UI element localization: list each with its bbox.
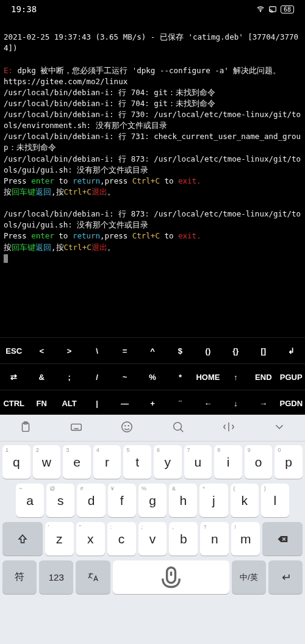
- numeric-key[interactable]: 123: [39, 560, 73, 594]
- symbol-key[interactable]: 符: [2, 560, 37, 594]
- space-key[interactable]: [113, 560, 229, 594]
- extra-key-/[interactable]: /: [83, 364, 110, 390]
- enter-key[interactable]: [268, 560, 303, 594]
- key-j[interactable]: *j: [199, 484, 228, 517]
- lang-switch-key[interactable]: [76, 560, 110, 594]
- key-b[interactable]: ,b: [169, 522, 198, 556]
- extra-key-()[interactable]: (): [194, 338, 221, 363]
- extra-key-↓[interactable]: ↓: [222, 390, 249, 416]
- cast-icon: [268, 5, 277, 13]
- terminal-cursor: [4, 254, 8, 263]
- key-q[interactable]: 1q: [2, 445, 30, 479]
- extra-key-—[interactable]: —: [111, 390, 138, 416]
- backspace-key[interactable]: [262, 522, 303, 556]
- key-v[interactable]: ;v: [138, 522, 167, 556]
- extra-key-%[interactable]: %: [138, 364, 166, 390]
- extra-key-*[interactable]: *: [167, 364, 194, 390]
- svg-line-13: [180, 429, 183, 432]
- extra-key-|[interactable]: |: [83, 390, 110, 416]
- key-y[interactable]: 6y: [154, 445, 182, 479]
- emoji-icon[interactable]: [120, 420, 134, 436]
- key-d[interactable]: #d: [77, 484, 105, 517]
- key-g[interactable]: %g: [138, 484, 167, 517]
- svg-point-9: [122, 421, 132, 432]
- soft-keyboard: 1q2w3e4r5t6y7u8i9o0p ~a@s#d¥f%g&h*j(k)l …: [0, 415, 305, 644]
- extra-key-esc[interactable]: ESC: [0, 338, 27, 363]
- extra-key-\[interactable]: \: [83, 338, 110, 363]
- key-m[interactable]: !m: [231, 522, 260, 556]
- extra-key-^[interactable]: ^: [138, 338, 166, 363]
- extra-key->[interactable]: >: [56, 338, 83, 363]
- search-icon[interactable]: [171, 420, 185, 436]
- key-r[interactable]: 4r: [93, 445, 121, 479]
- extra-key-~[interactable]: ~: [111, 364, 138, 390]
- extra-key-¨[interactable]: ¨: [167, 390, 194, 416]
- extra-key-alt[interactable]: ALT: [56, 390, 83, 416]
- svg-point-0: [260, 11, 260, 12]
- key-n[interactable]: ?n: [200, 522, 229, 556]
- svg-rect-4: [71, 424, 82, 430]
- extra-key-←[interactable]: ←: [194, 390, 221, 416]
- extra-key-[][interactable]: []: [249, 338, 277, 363]
- extra-key-&[interactable]: &: [27, 364, 55, 390]
- key-p[interactable]: 0p: [274, 445, 303, 479]
- key-x[interactable]: "x: [76, 522, 105, 556]
- extra-key-+[interactable]: +: [138, 390, 166, 416]
- extra-key-=[interactable]: =: [111, 338, 138, 363]
- svg-point-10: [125, 425, 126, 426]
- battery-indicator: 68: [281, 5, 294, 13]
- collapse-keyboard-icon[interactable]: [273, 420, 286, 436]
- extra-key-<[interactable]: <: [27, 338, 55, 363]
- clipboard-icon[interactable]: [19, 420, 32, 436]
- svg-point-12: [173, 422, 181, 430]
- key-z[interactable]: 'z: [45, 522, 74, 556]
- extra-key-↑[interactable]: ↑: [222, 364, 249, 390]
- ime-toggle-key[interactable]: 中/英: [232, 560, 266, 594]
- keyboard-icon[interactable]: [70, 420, 83, 436]
- extra-key-pgup[interactable]: PGUP: [278, 364, 305, 390]
- extra-key-home[interactable]: HOME: [194, 364, 221, 390]
- svg-point-11: [129, 425, 129, 426]
- status-bar: 19:38 68: [0, 0, 305, 18]
- key-t[interactable]: 5t: [123, 445, 151, 479]
- key-f[interactable]: ¥f: [108, 484, 136, 517]
- extra-key-end[interactable]: END: [249, 364, 277, 390]
- key-s[interactable]: @s: [46, 484, 74, 517]
- shift-key[interactable]: [2, 522, 43, 556]
- key-e[interactable]: 3e: [63, 445, 91, 479]
- key-o[interactable]: 9o: [245, 445, 273, 479]
- cursor-move-icon[interactable]: [222, 420, 235, 436]
- wifi-icon: [256, 5, 265, 13]
- key-u[interactable]: 7u: [184, 445, 212, 479]
- extra-key-⇄[interactable]: ⇄: [0, 364, 27, 390]
- extra-key-fn[interactable]: FN: [27, 390, 55, 416]
- key-a[interactable]: ~a: [16, 484, 44, 517]
- key-k[interactable]: (k: [231, 484, 259, 517]
- extra-key-$[interactable]: $: [167, 338, 194, 363]
- key-h[interactable]: &h: [169, 484, 197, 517]
- extra-key-→[interactable]: →: [249, 390, 277, 416]
- key-l[interactable]: )l: [261, 484, 289, 517]
- key-c[interactable]: :c: [107, 522, 136, 556]
- extra-key-↲[interactable]: ↲: [278, 338, 305, 363]
- status-time: 19:38: [11, 4, 37, 14]
- extra-key-pgdn[interactable]: PGDN: [278, 390, 305, 416]
- extra-key-;[interactable]: ;: [56, 364, 83, 390]
- terminal-output[interactable]: 2021-02-25 19:37:43 (3.65 MB/s) - 已保存 'c…: [0, 18, 305, 267]
- extra-key-ctrl[interactable]: CTRL: [0, 390, 27, 416]
- key-w[interactable]: 2w: [33, 445, 61, 479]
- extra-key-{}[interactable]: {}: [222, 338, 249, 363]
- extra-keys-bar: ESC<>\=^$(){}[]↲ ⇄&;/~%*HOME↑ENDPGUP CTR…: [0, 337, 305, 416]
- key-i[interactable]: 8i: [214, 445, 242, 479]
